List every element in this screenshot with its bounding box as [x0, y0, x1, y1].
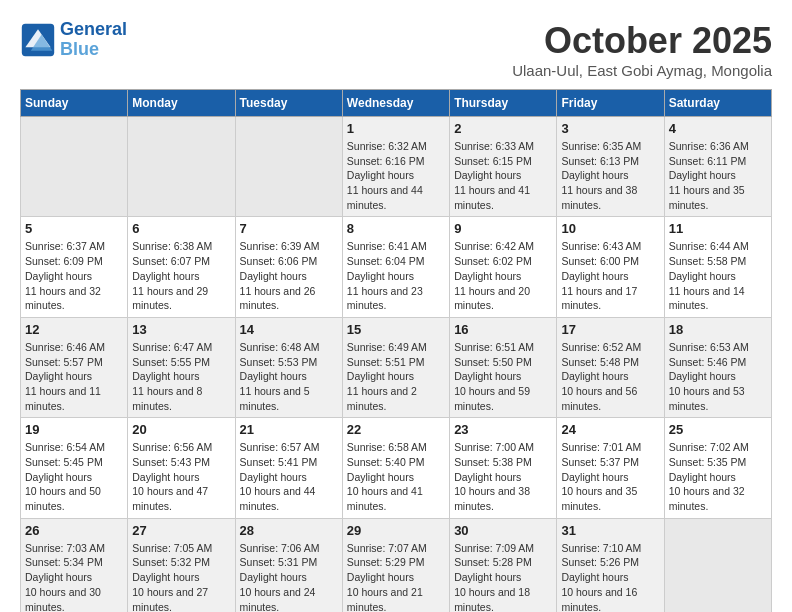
day-number: 23	[454, 422, 552, 437]
day-info: Sunrise: 6:32 AMSunset: 6:16 PMDaylight …	[347, 139, 445, 212]
weekday-header-row: SundayMondayTuesdayWednesdayThursdayFrid…	[21, 90, 772, 117]
day-number: 9	[454, 221, 552, 236]
calendar-day-cell: 6Sunrise: 6:38 AMSunset: 6:07 PMDaylight…	[128, 217, 235, 317]
day-info: Sunrise: 6:54 AMSunset: 5:45 PMDaylight …	[25, 440, 123, 513]
day-info: Sunrise: 6:41 AMSunset: 6:04 PMDaylight …	[347, 239, 445, 312]
calendar-day-cell: 25Sunrise: 7:02 AMSunset: 5:35 PMDayligh…	[664, 418, 771, 518]
day-info: Sunrise: 6:53 AMSunset: 5:46 PMDaylight …	[669, 340, 767, 413]
calendar-day-cell: 13Sunrise: 6:47 AMSunset: 5:55 PMDayligh…	[128, 317, 235, 417]
calendar-day-cell: 15Sunrise: 6:49 AMSunset: 5:51 PMDayligh…	[342, 317, 449, 417]
calendar-day-cell: 18Sunrise: 6:53 AMSunset: 5:46 PMDayligh…	[664, 317, 771, 417]
day-number: 7	[240, 221, 338, 236]
calendar-day-cell: 28Sunrise: 7:06 AMSunset: 5:31 PMDayligh…	[235, 518, 342, 612]
calendar-day-cell: 27Sunrise: 7:05 AMSunset: 5:32 PMDayligh…	[128, 518, 235, 612]
calendar-day-cell: 20Sunrise: 6:56 AMSunset: 5:43 PMDayligh…	[128, 418, 235, 518]
day-number: 18	[669, 322, 767, 337]
logo-blue: Blue	[60, 39, 99, 59]
calendar-day-cell: 30Sunrise: 7:09 AMSunset: 5:28 PMDayligh…	[450, 518, 557, 612]
location-subtitle: Ulaan-Uul, East Gobi Aymag, Mongolia	[512, 62, 772, 79]
calendar-table: SundayMondayTuesdayWednesdayThursdayFrid…	[20, 89, 772, 612]
day-info: Sunrise: 6:43 AMSunset: 6:00 PMDaylight …	[561, 239, 659, 312]
calendar-week-row: 5Sunrise: 6:37 AMSunset: 6:09 PMDaylight…	[21, 217, 772, 317]
day-number: 14	[240, 322, 338, 337]
day-info: Sunrise: 6:39 AMSunset: 6:06 PMDaylight …	[240, 239, 338, 312]
calendar-day-cell: 16Sunrise: 6:51 AMSunset: 5:50 PMDayligh…	[450, 317, 557, 417]
day-info: Sunrise: 6:38 AMSunset: 6:07 PMDaylight …	[132, 239, 230, 312]
day-number: 10	[561, 221, 659, 236]
day-info: Sunrise: 6:36 AMSunset: 6:11 PMDaylight …	[669, 139, 767, 212]
calendar-week-row: 26Sunrise: 7:03 AMSunset: 5:34 PMDayligh…	[21, 518, 772, 612]
day-number: 25	[669, 422, 767, 437]
day-info: Sunrise: 7:02 AMSunset: 5:35 PMDaylight …	[669, 440, 767, 513]
calendar-day-cell: 3Sunrise: 6:35 AMSunset: 6:13 PMDaylight…	[557, 117, 664, 217]
calendar-day-cell: 24Sunrise: 7:01 AMSunset: 5:37 PMDayligh…	[557, 418, 664, 518]
day-info: Sunrise: 6:42 AMSunset: 6:02 PMDaylight …	[454, 239, 552, 312]
day-number: 31	[561, 523, 659, 538]
day-info: Sunrise: 6:44 AMSunset: 5:58 PMDaylight …	[669, 239, 767, 312]
day-info: Sunrise: 7:00 AMSunset: 5:38 PMDaylight …	[454, 440, 552, 513]
calendar-day-cell: 10Sunrise: 6:43 AMSunset: 6:00 PMDayligh…	[557, 217, 664, 317]
logo-general: General	[60, 19, 127, 39]
calendar-day-cell: 4Sunrise: 6:36 AMSunset: 6:11 PMDaylight…	[664, 117, 771, 217]
calendar-week-row: 19Sunrise: 6:54 AMSunset: 5:45 PMDayligh…	[21, 418, 772, 518]
day-info: Sunrise: 6:47 AMSunset: 5:55 PMDaylight …	[132, 340, 230, 413]
logo-icon	[20, 22, 56, 58]
day-number: 3	[561, 121, 659, 136]
day-info: Sunrise: 6:48 AMSunset: 5:53 PMDaylight …	[240, 340, 338, 413]
day-info: Sunrise: 7:09 AMSunset: 5:28 PMDaylight …	[454, 541, 552, 612]
calendar-day-cell: 31Sunrise: 7:10 AMSunset: 5:26 PMDayligh…	[557, 518, 664, 612]
day-number: 27	[132, 523, 230, 538]
calendar-day-cell	[664, 518, 771, 612]
day-info: Sunrise: 7:05 AMSunset: 5:32 PMDaylight …	[132, 541, 230, 612]
day-info: Sunrise: 6:51 AMSunset: 5:50 PMDaylight …	[454, 340, 552, 413]
day-number: 8	[347, 221, 445, 236]
calendar-day-cell: 5Sunrise: 6:37 AMSunset: 6:09 PMDaylight…	[21, 217, 128, 317]
day-number: 22	[347, 422, 445, 437]
day-number: 15	[347, 322, 445, 337]
day-number: 21	[240, 422, 338, 437]
day-info: Sunrise: 6:33 AMSunset: 6:15 PMDaylight …	[454, 139, 552, 212]
weekday-header: Thursday	[450, 90, 557, 117]
weekday-header: Friday	[557, 90, 664, 117]
day-number: 6	[132, 221, 230, 236]
day-info: Sunrise: 7:07 AMSunset: 5:29 PMDaylight …	[347, 541, 445, 612]
day-number: 1	[347, 121, 445, 136]
day-number: 4	[669, 121, 767, 136]
day-info: Sunrise: 6:35 AMSunset: 6:13 PMDaylight …	[561, 139, 659, 212]
calendar-day-cell: 12Sunrise: 6:46 AMSunset: 5:57 PMDayligh…	[21, 317, 128, 417]
calendar-day-cell: 9Sunrise: 6:42 AMSunset: 6:02 PMDaylight…	[450, 217, 557, 317]
calendar-day-cell: 26Sunrise: 7:03 AMSunset: 5:34 PMDayligh…	[21, 518, 128, 612]
day-number: 17	[561, 322, 659, 337]
day-number: 20	[132, 422, 230, 437]
day-number: 16	[454, 322, 552, 337]
day-number: 13	[132, 322, 230, 337]
day-number: 12	[25, 322, 123, 337]
calendar-day-cell: 29Sunrise: 7:07 AMSunset: 5:29 PMDayligh…	[342, 518, 449, 612]
calendar-day-cell: 14Sunrise: 6:48 AMSunset: 5:53 PMDayligh…	[235, 317, 342, 417]
day-info: Sunrise: 6:46 AMSunset: 5:57 PMDaylight …	[25, 340, 123, 413]
weekday-header: Monday	[128, 90, 235, 117]
calendar-day-cell: 8Sunrise: 6:41 AMSunset: 6:04 PMDaylight…	[342, 217, 449, 317]
calendar-day-cell: 19Sunrise: 6:54 AMSunset: 5:45 PMDayligh…	[21, 418, 128, 518]
day-info: Sunrise: 6:57 AMSunset: 5:41 PMDaylight …	[240, 440, 338, 513]
day-number: 2	[454, 121, 552, 136]
weekday-header: Wednesday	[342, 90, 449, 117]
day-info: Sunrise: 7:10 AMSunset: 5:26 PMDaylight …	[561, 541, 659, 612]
calendar-day-cell: 1Sunrise: 6:32 AMSunset: 6:16 PMDaylight…	[342, 117, 449, 217]
day-number: 30	[454, 523, 552, 538]
day-number: 26	[25, 523, 123, 538]
calendar-day-cell: 17Sunrise: 6:52 AMSunset: 5:48 PMDayligh…	[557, 317, 664, 417]
calendar-week-row: 1Sunrise: 6:32 AMSunset: 6:16 PMDaylight…	[21, 117, 772, 217]
day-info: Sunrise: 7:01 AMSunset: 5:37 PMDaylight …	[561, 440, 659, 513]
calendar-day-cell: 21Sunrise: 6:57 AMSunset: 5:41 PMDayligh…	[235, 418, 342, 518]
day-number: 29	[347, 523, 445, 538]
day-info: Sunrise: 6:37 AMSunset: 6:09 PMDaylight …	[25, 239, 123, 312]
calendar-day-cell: 11Sunrise: 6:44 AMSunset: 5:58 PMDayligh…	[664, 217, 771, 317]
calendar-day-cell: 23Sunrise: 7:00 AMSunset: 5:38 PMDayligh…	[450, 418, 557, 518]
calendar-week-row: 12Sunrise: 6:46 AMSunset: 5:57 PMDayligh…	[21, 317, 772, 417]
calendar-day-cell: 2Sunrise: 6:33 AMSunset: 6:15 PMDaylight…	[450, 117, 557, 217]
day-number: 24	[561, 422, 659, 437]
day-number: 28	[240, 523, 338, 538]
day-info: Sunrise: 7:06 AMSunset: 5:31 PMDaylight …	[240, 541, 338, 612]
day-number: 19	[25, 422, 123, 437]
